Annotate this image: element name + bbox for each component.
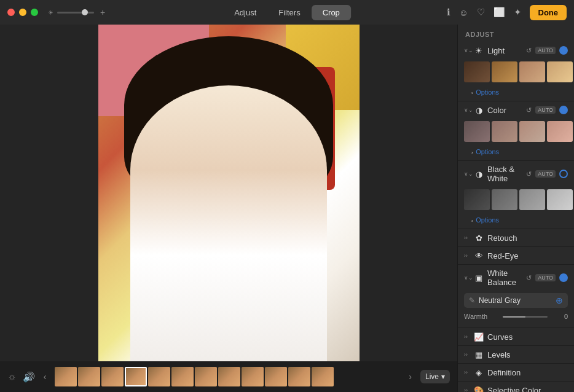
section-redeye-header[interactable]: › 👁 Red-Eye [458,247,574,264]
color-options-btn[interactable]: Options [476,148,499,155]
bw-auto-badge[interactable]: AUTO [535,170,556,178]
wb-auto-badge[interactable]: AUTO [535,274,556,281]
light-thumb-3[interactable] [519,61,545,82]
section-selective-color-header[interactable]: › 🎨 Selective Color [458,382,574,392]
film-thumb-9[interactable] [242,367,264,386]
light-reset-icon[interactable]: ↺ [526,47,532,55]
bw-icon: ◑ [474,169,484,179]
color-chevron: ∨ [464,107,470,113]
tab-adjust[interactable]: Adjust [223,5,267,20]
magic-icon[interactable]: ✦ [514,7,522,18]
film-thumb-7[interactable] [195,367,217,386]
titlebar: ☀ + Adjust Filters Crop ℹ ☺ ♡ ⬜ ✦ Done [0,0,574,25]
expand-icon[interactable]: ⬜ [493,7,505,18]
wb-label: White Balance [487,269,522,287]
section-levels-header[interactable]: › ▦ Levels [458,346,574,363]
light-options-btn[interactable]: Options [476,88,499,96]
wb-preset-select[interactable]: ✎ Neutral Gray ⊕ [464,293,568,308]
color-icon: ◑ [474,105,484,115]
selective-color-icon: 🎨 [474,385,484,392]
film-thumb-3[interactable] [101,367,124,386]
color-label: Color [487,106,522,115]
bw-thumb-3[interactable] [519,189,545,210]
section-bw: ∨ ◑ Black & White ↺ AUTO › Options [458,161,574,229]
color-auto-badge[interactable]: AUTO [535,106,556,114]
light-thumb-4[interactable] [547,61,573,82]
levels-icon: ▦ [474,350,484,359]
brightness-track[interactable] [57,12,94,14]
bw-reset-icon[interactable]: ↺ [526,170,532,178]
filmstrip-prev[interactable]: ‹ [41,372,49,382]
section-levels: › ▦ Levels [458,346,574,364]
light-thumb-2[interactable] [492,61,517,82]
warmth-row: Warmth 0 [464,313,568,320]
light-label: Light [487,46,522,55]
heart-icon[interactable]: ♡ [477,7,485,18]
section-color-header[interactable]: ∨ ◑ Color ↺ AUTO [458,101,574,119]
section-light-header[interactable]: ∨ ☀ Light ↺ AUTO [458,42,574,59]
emoji-icon[interactable]: ☺ [459,7,468,18]
photo-face [130,85,327,361]
section-retouch-header[interactable]: › ✿ Retouch [458,229,574,246]
sun-icon[interactable]: ☼ [7,371,17,382]
live-dropdown-arrow: ▾ [441,372,445,381]
section-wb: ∨ ▣ White Balance ↺ AUTO ✎ Neutral Gray … [458,265,574,328]
wb-toggle[interactable] [559,273,568,282]
bw-controls: ↺ AUTO [526,170,568,178]
warmth-slider[interactable] [503,316,548,318]
film-thumb-6[interactable] [171,367,194,386]
color-thumb-1[interactable] [464,121,490,142]
film-thumb-8[interactable] [218,367,240,386]
light-toggle[interactable] [559,46,568,55]
maximize-button[interactable] [31,9,38,16]
curves-chevron: › [464,334,470,340]
section-bw-header[interactable]: ∨ ◑ Black & White ↺ AUTO [458,161,574,187]
color-thumb-3[interactable] [519,121,545,142]
bw-label: Black & White [487,165,522,183]
wb-chevron: ∨ [464,275,470,281]
color-controls: ↺ AUTO [526,106,568,114]
live-dropdown[interactable]: Live ▾ [420,370,450,383]
volume-icon[interactable]: 🔊 [23,371,35,383]
color-options-triangle: › [471,150,473,155]
color-thumb-4[interactable] [547,121,573,142]
tab-filters[interactable]: Filters [267,5,311,20]
film-thumb-1[interactable] [55,367,77,386]
color-thumb-2[interactable] [492,121,517,142]
film-thumb-12[interactable] [312,367,334,386]
warmth-label: Warmth [464,313,498,320]
film-thumb-10[interactable] [265,367,287,386]
wb-reset-icon[interactable]: ↺ [526,274,532,282]
filmstrip [55,366,400,388]
bw-thumb-4[interactable] [547,189,573,210]
selective-color-chevron: › [464,387,470,392]
filmstrip-next[interactable]: › [406,372,414,382]
film-thumb-2[interactable] [78,367,100,386]
section-wb-header[interactable]: ∨ ▣ White Balance ↺ AUTO [458,265,574,291]
color-reset-icon[interactable]: ↺ [526,106,532,114]
bw-options-btn[interactable]: Options [476,216,499,224]
bw-toggle[interactable] [559,170,568,178]
wb-icon: ▣ [474,273,484,283]
light-auto-badge[interactable]: AUTO [535,47,556,54]
color-toggle[interactable] [559,106,568,114]
bw-thumb-1[interactable] [464,189,490,210]
close-button[interactable] [7,9,15,16]
film-thumb-11[interactable] [288,367,310,386]
section-definition-header[interactable]: › ◈ Definition [458,364,574,381]
light-thumb-1[interactable] [464,61,490,82]
light-chevron: ∨ [464,47,470,53]
brightness-thumb[interactable] [82,9,88,15]
right-panel: ADJUST ∨ ☀ Light ↺ AUTO › Opt [457,25,574,392]
section-curves-header[interactable]: › 📈 Curves [458,328,574,345]
film-thumb-5[interactable] [148,367,170,386]
minimize-button[interactable] [19,9,26,16]
done-button[interactable]: Done [530,5,567,20]
main-area: ☼ 🔊 ‹ › Live ▾ [0,25,574,392]
bw-thumb-2[interactable] [492,189,517,210]
tab-crop[interactable]: Crop [312,5,351,20]
color-thumbs [458,119,574,144]
photo-area: ☼ 🔊 ‹ › Live ▾ [0,25,457,392]
info-icon[interactable]: ℹ [447,7,450,18]
film-thumb-4[interactable] [125,367,147,386]
